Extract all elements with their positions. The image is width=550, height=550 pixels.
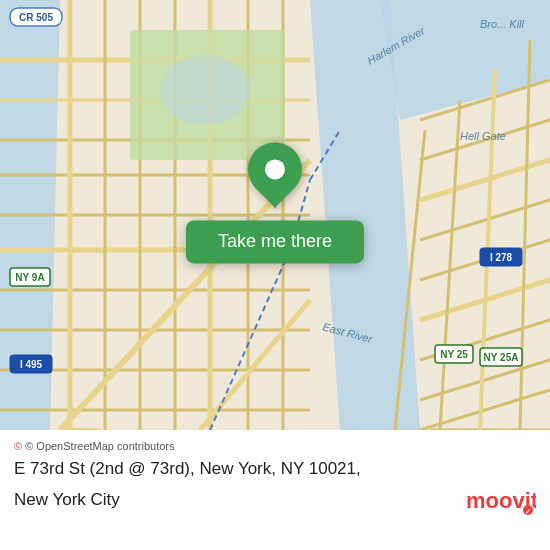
info-panel: © © OpenStreetMap contributors E 73rd St… [0,430,550,550]
map-pin-dot [265,159,285,179]
svg-text:I 278: I 278 [490,252,513,263]
svg-text:NY 25A: NY 25A [484,352,519,363]
svg-text:Hell Gate: Hell Gate [460,130,506,142]
city-line: New York City [14,490,120,510]
moovit-row: New York City moovit ✓ [14,484,536,516]
svg-point-56 [160,55,250,125]
address-line: E 73rd St (2nd @ 73rd), New York, NY 100… [14,458,536,480]
button-overlay: Take me there [186,142,364,263]
svg-text:NY 9A: NY 9A [15,272,44,283]
take-me-there-button[interactable]: Take me there [186,220,364,263]
copyright-symbol: © [14,440,22,452]
svg-text:NY 25: NY 25 [440,349,468,360]
map-container: CR 505 NY 9A I 495 NY 25 NY 25A I 278 Br… [0,0,550,430]
moovit-logo: moovit ✓ [466,484,536,516]
moovit-icon: moovit ✓ [466,484,536,516]
svg-text:I 495: I 495 [20,359,43,370]
attribution-text: © OpenStreetMap contributors [25,440,174,452]
svg-text:CR 505: CR 505 [19,12,53,23]
svg-text:Bro... Kill: Bro... Kill [480,18,525,30]
map-pin [237,131,313,207]
attribution: © © OpenStreetMap contributors [14,440,536,452]
svg-text:✓: ✓ [525,508,531,515]
